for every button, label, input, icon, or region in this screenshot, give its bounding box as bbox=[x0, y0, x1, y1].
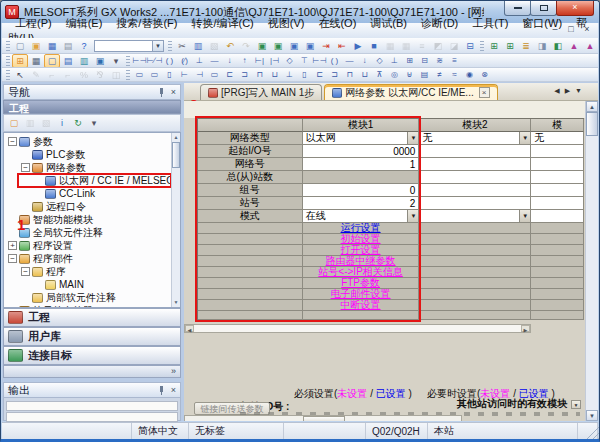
ladder-symbol-icon[interactable]: ⊥ bbox=[387, 54, 402, 68]
ladder-symbol-icon[interactable]: ▭ bbox=[147, 68, 162, 82]
ladder-symbol-icon[interactable]: ⊓ bbox=[342, 68, 357, 82]
tree-item-参数[interactable]: −参数 bbox=[4, 135, 180, 148]
view-button-connection-destination[interactable]: 连接目标 bbox=[3, 346, 181, 365]
grid-cell[interactable] bbox=[419, 145, 531, 158]
ladder-symbol-icon[interactable]: ⊞ bbox=[402, 54, 417, 68]
grid-cell[interactable] bbox=[531, 210, 584, 223]
grid-cell-input[interactable]: 2 bbox=[303, 197, 420, 210]
grid-cell-input[interactable]: 0 bbox=[303, 184, 420, 197]
tree-expander-icon[interactable]: − bbox=[8, 137, 17, 146]
ladder-symbol-icon[interactable]: ⊔ bbox=[357, 68, 372, 82]
read-from-plc-icon[interactable]: ⇤ bbox=[334, 39, 350, 53]
ladder-symbol-icon[interactable]: ◉ bbox=[462, 68, 477, 82]
tree-item-程序部件[interactable]: −程序部件 bbox=[4, 252, 180, 265]
menu-诊断[interactable]: 诊断(D) bbox=[414, 17, 465, 29]
line-edit-icon[interactable]: ⌐ bbox=[44, 68, 60, 82]
ladder-symbol-icon[interactable]: ↑ bbox=[237, 54, 252, 68]
ladder-symbol-icon[interactable]: ⊗ bbox=[477, 68, 492, 82]
ladder-symbol-icon[interactable]: ⊥ bbox=[192, 54, 207, 68]
ladder-symbol-icon[interactable]: ( ) bbox=[327, 54, 342, 68]
grid-cell[interactable] bbox=[531, 197, 584, 210]
grid-link-cell[interactable]: FTP参数 bbox=[303, 278, 420, 289]
view-overflow-chevron[interactable]: » bbox=[3, 365, 181, 378]
ladder-symbol-icon[interactable]: ≋ bbox=[432, 54, 447, 68]
link-运行设置[interactable]: 运行设置 bbox=[303, 223, 419, 234]
copy-item-icon[interactable]: ▥ bbox=[22, 116, 38, 130]
toolbar-combobox[interactable]: ▼ bbox=[94, 40, 164, 52]
ladder-symbol-icon[interactable]: ≡ bbox=[447, 54, 462, 68]
ladder-symbol-icon[interactable]: (∕) bbox=[177, 54, 192, 68]
buffer-memory-monitor-icon[interactable]: ▦ bbox=[398, 39, 414, 53]
menu-工具[interactable]: 工具(T) bbox=[465, 17, 515, 29]
undo-icon[interactable]: ↶ bbox=[222, 39, 238, 53]
open-project-icon[interactable]: ▣ bbox=[28, 39, 44, 53]
menu-搜索/替换[interactable]: 搜索/替换(F) bbox=[109, 17, 184, 29]
menu-转换/编译[interactable]: 转换/编译(C) bbox=[184, 17, 260, 29]
link-中断设置[interactable]: 中断设置 bbox=[303, 300, 419, 311]
maximize-button[interactable] bbox=[530, 1, 557, 16]
tab-network-parameter[interactable]: 网络参数 以太网/CC IE/ME... × bbox=[324, 84, 497, 100]
write-mode-icon[interactable]: ▣ bbox=[254, 39, 270, 53]
device-batch-monitor-icon[interactable]: ▦ bbox=[382, 39, 398, 53]
ladder-symbol-icon[interactable]: ⊓ bbox=[252, 68, 267, 82]
ladder-symbol-icon[interactable]: ⊢∕⊣ bbox=[147, 54, 162, 68]
ladder-symbol-icon[interactable]: ⊢ bbox=[177, 68, 192, 82]
interconnect-mode-icon[interactable]: ✎ bbox=[28, 68, 44, 82]
grid-cell-dropdown[interactable]: 无▼ bbox=[419, 132, 531, 145]
ladder-symbol-icon[interactable]: ( ) bbox=[162, 54, 177, 68]
ladder-symbol-icon[interactable]: ◇ bbox=[282, 54, 297, 68]
ladder-symbol-icon[interactable]: ⊟ bbox=[417, 54, 432, 68]
ladder-symbol-icon[interactable]: ◎ bbox=[387, 68, 402, 82]
grid-cell-input[interactable]: 0000 bbox=[303, 145, 420, 158]
tree-item-程序设置[interactable]: +程序设置 bbox=[4, 239, 180, 252]
print-icon[interactable]: ▤ bbox=[60, 39, 76, 53]
read-mode-icon[interactable]: ▣ bbox=[270, 39, 286, 53]
ladder-symbol-icon[interactable]: ⊐ bbox=[327, 68, 342, 82]
paste-icon[interactable]: ▧ bbox=[206, 39, 222, 53]
ladder-symbol-icon[interactable]: ⊢⊣ bbox=[312, 54, 327, 68]
link-打开设置[interactable]: 打开设置 bbox=[303, 245, 419, 256]
new-item-icon[interactable]: ▢ bbox=[6, 116, 22, 130]
ladder-symbol-icon[interactable]: ▯ bbox=[162, 68, 177, 82]
tree-item-PLC参数[interactable]: PLC参数 bbox=[4, 148, 180, 161]
menu-视图[interactable]: 视图(V) bbox=[261, 17, 312, 29]
output-close-icon[interactable]: × bbox=[171, 386, 176, 395]
transfer-setup-icon[interactable]: ⊟ bbox=[462, 39, 478, 53]
ladder-symbol-icon[interactable]: ↓ bbox=[222, 54, 237, 68]
help-icon[interactable]: ? bbox=[76, 39, 92, 53]
ladder-symbol-icon[interactable]: ↓ bbox=[357, 54, 372, 68]
docking-window-menu-icon[interactable]: ▾ bbox=[108, 54, 124, 68]
tree-item-以太网/CCIE/MELSECNET[interactable]: 以太网 / CC IE / MELSECNET bbox=[4, 174, 180, 187]
menu-在线[interactable]: 在线(O) bbox=[311, 17, 363, 29]
ladder-symbol-icon[interactable]: ▭ bbox=[132, 68, 147, 82]
device-comment-icon[interactable]: ◨ bbox=[534, 39, 550, 53]
grid-cell[interactable] bbox=[419, 197, 531, 210]
device-list-icon[interactable]: ▥ bbox=[76, 54, 92, 68]
tree-item-局部软元件注释[interactable]: 局部软元件注释 bbox=[4, 291, 180, 304]
monitor-write-mode-icon[interactable]: ▣ bbox=[302, 39, 318, 53]
check-program-icon[interactable]: ◧ bbox=[550, 39, 566, 53]
refresh-icon[interactable]: ↻ bbox=[70, 116, 86, 130]
ladder-symbol-icon[interactable]: ≈ bbox=[447, 68, 462, 82]
link-初始设置[interactable]: 初始设置 bbox=[303, 234, 419, 245]
ladder-symbol-icon[interactable]: ◇ bbox=[372, 54, 387, 68]
rebuild-all-icon[interactable]: ▲ bbox=[582, 39, 598, 53]
link-FTP参数[interactable]: FTP参数 bbox=[303, 278, 419, 289]
ladder-symbol-icon[interactable]: ⊔ bbox=[267, 68, 282, 82]
cross-reference-icon[interactable]: ▤ bbox=[60, 54, 76, 68]
note-icon[interactable]: ≣ bbox=[518, 39, 534, 53]
tree-expander-icon[interactable]: + bbox=[8, 241, 17, 250]
tree-item-程序[interactable]: −程序 bbox=[4, 265, 180, 278]
grid-cell[interactable] bbox=[419, 184, 531, 197]
ladder-symbol-icon[interactable]: ▯ bbox=[297, 68, 312, 82]
tab-list-icon[interactable]: ▼ bbox=[575, 87, 582, 95]
grid-cell[interactable] bbox=[419, 171, 531, 184]
grid-cell[interactable] bbox=[531, 145, 584, 158]
cut-icon[interactable]: ✂ bbox=[174, 39, 190, 53]
grid-link-cell[interactable]: 站号<->IP相关信息 bbox=[303, 267, 420, 278]
document-vertical-scrollbar[interactable]: ▲ ▼ bbox=[585, 101, 598, 421]
ladder-symbol-icon[interactable]: ⊐ bbox=[237, 68, 252, 82]
new-project-icon[interactable]: ▢ bbox=[12, 39, 28, 53]
ladder-symbol-icon[interactable]: ⊢| bbox=[252, 54, 267, 68]
grid-link-cell[interactable]: 运行设置 bbox=[303, 223, 420, 234]
